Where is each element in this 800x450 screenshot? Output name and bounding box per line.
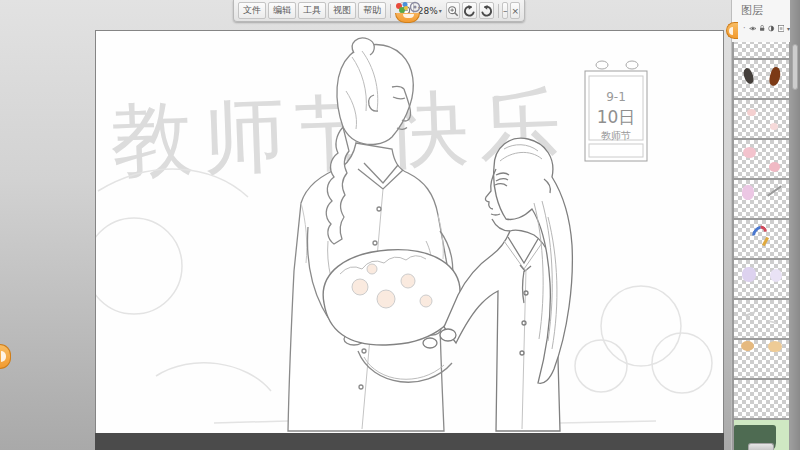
layer-thumbnail-content	[769, 162, 780, 172]
app-window: 文件 编辑 工具 视图 帮助 28% ▾	[0, 0, 800, 450]
layers-list	[732, 42, 791, 450]
layer-thumbnail-content	[767, 185, 782, 196]
canvas-bottom-strip	[95, 433, 724, 450]
layers-panel-toolbar: · ▾	[732, 19, 790, 38]
layer-thumbnail-lavender[interactable]	[734, 258, 789, 298]
menu-help[interactable]: 帮助	[358, 2, 386, 19]
menu-edit[interactable]: 编辑	[268, 2, 296, 19]
left-panel-tab[interactable]	[0, 344, 11, 369]
contrast-icon[interactable]	[768, 24, 774, 33]
layer-thumbnail-blush[interactable]	[734, 138, 789, 178]
bullet-icon: ·	[743, 24, 746, 33]
lock-icon[interactable]	[759, 23, 765, 33]
redo-icon	[480, 4, 493, 17]
panel-resize-handle[interactable]	[748, 443, 774, 450]
minimize-button[interactable]: –	[502, 2, 509, 19]
sketch-artwork: 教师节快乐 9-1 10日 教师节	[96, 31, 723, 433]
calendar-event: 教师节	[601, 130, 631, 141]
toolbar-collapse-handle[interactable]	[395, 13, 420, 23]
undo-icon	[463, 4, 476, 17]
layer-thumbnail-hair-curls[interactable]	[734, 58, 789, 98]
menu-tools[interactable]: 工具	[298, 2, 326, 19]
layer-thumbnail-blush-light[interactable]	[734, 98, 789, 138]
calendar-sketch: 9-1 10日 教师节	[585, 61, 647, 161]
layer-thumbnail-rainbow-stroke[interactable]	[734, 218, 789, 258]
scrollbar-thumb[interactable]	[792, 44, 798, 90]
color-palette-icon	[394, 1, 422, 14]
layer-thumbnail-content	[770, 123, 778, 130]
dropdown-caret-icon: ▾	[439, 7, 442, 14]
layer-thumbnail-strand[interactable]	[734, 42, 789, 58]
menu-file[interactable]: 文件	[238, 2, 266, 19]
calendar-day: 10日	[597, 107, 636, 127]
blend-square-icon[interactable]	[778, 24, 784, 33]
layers-panel-collapse-tab[interactable]	[726, 22, 738, 39]
undo-button[interactable]	[462, 2, 477, 19]
layer-thumbnail-content	[770, 269, 782, 282]
layer-thumbnail-content	[743, 147, 756, 158]
layer-thumbnail-content	[747, 109, 756, 116]
toolbar: 文件 编辑 工具 视图 帮助 28% ▾	[233, 0, 525, 22]
layers-panel: 图层 · ▾	[731, 0, 790, 450]
layer-thumbnail-tan-spots[interactable]	[734, 338, 789, 378]
layer-thumbnail-content	[769, 320, 776, 324]
layer-thumbnail-pink-marks[interactable]	[734, 178, 789, 218]
layer-thumbnail-faint-marks[interactable]	[734, 298, 789, 338]
redo-button[interactable]	[479, 2, 494, 19]
layer-thumbnail-content	[745, 311, 755, 316]
layers-panel-title: 图层	[732, 0, 790, 19]
layer-thumbnail-content	[741, 67, 756, 85]
layer-thumbnail-content	[742, 267, 756, 282]
drawing-canvas[interactable]: 教师节快乐 9-1 10日 教师节	[95, 30, 724, 434]
zoom-in-button[interactable]	[446, 2, 460, 19]
color-palette-button[interactable]	[394, 0, 398, 22]
close-button[interactable]: ×	[510, 2, 520, 19]
zoom-in-icon	[447, 5, 459, 17]
layer-thumbnail-empty[interactable]	[734, 378, 789, 418]
scrollbar-track[interactable]	[790, 0, 800, 450]
menu-view[interactable]: 视图	[328, 2, 356, 19]
calendar-month: 9-1	[606, 90, 626, 104]
eye-icon[interactable]	[749, 24, 757, 33]
layer-thumbnail-content	[768, 66, 783, 87]
layer-thumbnail-content	[742, 185, 754, 200]
layer-thumbnail-content	[741, 341, 754, 351]
layer-thumbnail-content	[768, 341, 782, 352]
